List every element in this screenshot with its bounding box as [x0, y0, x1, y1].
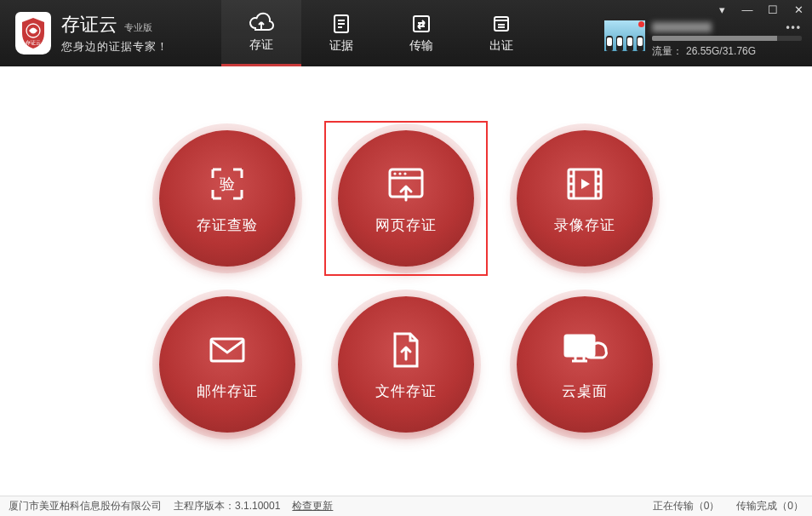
main-area: 验 存证查验 网页存证: [0, 66, 812, 496]
svg-text:验: 验: [220, 175, 235, 192]
button-label: 文件存证: [375, 381, 437, 401]
file-button-wrap: 文件存证: [326, 289, 486, 440]
footer: 厦门市美亚柏科信息股份有限公司 主程序版本：3.1.10001 检查更新 正在传…: [0, 496, 812, 516]
user-info: ••• 流量： 26.55G/31.76G: [652, 20, 802, 58]
cloud-button-wrap: 云桌面: [505, 289, 665, 440]
video-button-wrap: 录像存证: [505, 123, 665, 274]
nav-issue[interactable]: 出证: [461, 0, 541, 66]
button-label: 录像存证: [554, 215, 615, 235]
logo-text: 存证云 专业版 您身边的证据专家！: [61, 12, 169, 54]
cloud-upload-icon: [248, 12, 275, 34]
app-tagline: 您身边的证据专家！: [61, 39, 169, 54]
svg-point-16: [403, 172, 406, 175]
verify-button[interactable]: 验 存证查验: [159, 130, 295, 267]
svg-text:存证云: 存证云: [26, 40, 41, 45]
user-name: [652, 22, 712, 32]
transfer-icon: [409, 13, 433, 35]
web-button[interactable]: 网页存证: [338, 130, 474, 267]
button-label: 网页存证: [375, 215, 437, 235]
avatar[interactable]: [604, 20, 645, 51]
verify-button-wrap: 验 存证查验: [147, 123, 307, 274]
nav-label: 传输: [409, 38, 433, 54]
button-label: 邮件存证: [197, 381, 258, 401]
nav-evidence[interactable]: 证据: [301, 0, 381, 66]
verify-icon: 验: [204, 161, 250, 207]
file-button[interactable]: 文件存证: [338, 296, 474, 433]
cloud-desktop-button[interactable]: 云桌面: [517, 296, 653, 433]
browser-upload-icon: [383, 161, 429, 207]
nav-label: 存证: [249, 37, 273, 53]
mail-button-wrap: 邮件存证: [147, 289, 307, 440]
button-grid: 验 存证查验 网页存证: [138, 122, 674, 441]
mail-icon: [204, 327, 250, 373]
button-label: 云桌面: [562, 381, 608, 401]
version-info: 主程序版本：3.1.10001: [174, 499, 280, 513]
certificate-icon: [489, 13, 513, 35]
nav-save[interactable]: 存证: [221, 0, 301, 66]
logo-area: 存证云 存证云 专业版 您身边的证据专家！: [0, 12, 221, 54]
close-button[interactable]: ✕: [790, 2, 807, 17]
svg-rect-26: [211, 339, 243, 361]
svg-point-14: [393, 172, 396, 175]
uploading-status[interactable]: 正在传输（0）: [653, 499, 720, 513]
app-title: 存证云: [61, 12, 117, 37]
maximize-button[interactable]: ☐: [764, 2, 781, 17]
nav-transfer[interactable]: 传输: [381, 0, 461, 66]
traffic-value: 26.55G/31.76G: [686, 44, 756, 58]
nav-label: 证据: [329, 38, 353, 54]
button-label: 存证查验: [197, 215, 258, 235]
user-area: ••• 流量： 26.55G/31.76G: [604, 20, 802, 58]
file-upload-icon: [383, 327, 429, 373]
notification-dot-icon: [638, 21, 644, 27]
web-button-wrap: 网页存证: [326, 123, 486, 274]
video-button[interactable]: 录像存证: [517, 130, 653, 267]
done-status[interactable]: 传输完成（0）: [736, 499, 803, 513]
svg-point-15: [398, 172, 401, 175]
app-edition: 专业版: [124, 22, 152, 32]
dropdown-button[interactable]: ▾: [713, 2, 730, 17]
company-name: 厦门市美亚柏科信息股份有限公司: [9, 499, 162, 513]
mail-button[interactable]: 邮件存证: [159, 296, 295, 433]
check-update-link[interactable]: 检查更新: [292, 499, 333, 513]
traffic-progress: [652, 36, 802, 41]
user-menu-button[interactable]: •••: [786, 20, 802, 34]
minimize-button[interactable]: —: [739, 2, 756, 17]
header: ▾ — ☐ ✕ 存证云 存证云 专业版 您身边的证据专家！: [0, 0, 812, 66]
nav: 存证 证据 传输: [221, 0, 541, 66]
logo-shield-icon: 存证云: [15, 12, 51, 54]
document-icon: [329, 13, 353, 35]
nav-label: 出证: [489, 38, 513, 54]
traffic-label: 流量：: [652, 44, 683, 58]
cloud-desktop-icon: [560, 327, 609, 373]
film-icon: [562, 161, 608, 207]
window-controls: ▾ — ☐ ✕: [713, 2, 807, 17]
